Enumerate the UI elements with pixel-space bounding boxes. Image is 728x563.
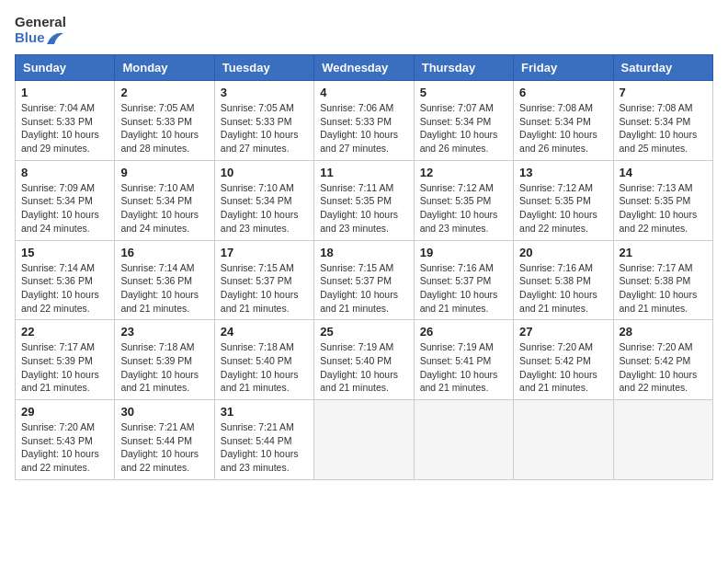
day-info: Sunrise: 7:20 AMSunset: 5:42 PMDaylight:… (519, 341, 597, 393)
day-number: 20 (519, 246, 607, 259)
day-info: Sunrise: 7:04 AMSunset: 5:33 PMDaylight:… (21, 102, 99, 154)
calendar-cell: 9 Sunrise: 7:10 AMSunset: 5:34 PMDayligh… (115, 160, 214, 240)
day-number: 7 (620, 86, 707, 99)
calendar-cell: 31 Sunrise: 7:21 AMSunset: 5:44 PMDaylig… (214, 400, 313, 480)
weekday-header-tuesday: Tuesday (214, 55, 313, 81)
logo-blue: Blue (15, 30, 45, 46)
day-info: Sunrise: 7:09 AMSunset: 5:34 PMDaylight:… (21, 182, 99, 234)
calendar-week-row: 22 Sunrise: 7:17 AMSunset: 5:39 PMDaylig… (16, 320, 713, 400)
day-info: Sunrise: 7:12 AMSunset: 5:35 PMDaylight:… (420, 182, 498, 234)
calendar-cell (514, 400, 613, 480)
calendar-week-row: 29 Sunrise: 7:20 AMSunset: 5:43 PMDaylig… (16, 400, 713, 480)
calendar-cell: 1 Sunrise: 7:04 AMSunset: 5:33 PMDayligh… (16, 81, 115, 161)
calendar-week-row: 1 Sunrise: 7:04 AMSunset: 5:33 PMDayligh… (16, 81, 713, 161)
calendar-cell: 24 Sunrise: 7:18 AMSunset: 5:40 PMDaylig… (214, 320, 313, 400)
day-info: Sunrise: 7:17 AMSunset: 5:38 PMDaylight:… (620, 262, 698, 314)
calendar-cell: 10 Sunrise: 7:10 AMSunset: 5:34 PMDaylig… (214, 160, 313, 240)
header: General Blue (15, 15, 713, 45)
calendar-cell: 14 Sunrise: 7:13 AMSunset: 5:35 PMDaylig… (613, 160, 712, 240)
day-info: Sunrise: 7:15 AMSunset: 5:37 PMDaylight:… (221, 262, 299, 314)
day-number: 27 (519, 325, 607, 339)
calendar-table: SundayMondayTuesdayWednesdayThursdayFrid… (15, 54, 713, 480)
logo-general: General (15, 15, 66, 30)
weekday-header-thursday: Thursday (414, 55, 513, 81)
calendar-cell: 28 Sunrise: 7:20 AMSunset: 5:42 PMDaylig… (613, 320, 712, 400)
day-number: 14 (620, 166, 707, 179)
day-number: 23 (120, 325, 208, 339)
calendar-week-row: 15 Sunrise: 7:14 AMSunset: 5:36 PMDaylig… (16, 240, 713, 320)
calendar-cell: 19 Sunrise: 7:16 AMSunset: 5:37 PMDaylig… (414, 240, 513, 320)
day-info: Sunrise: 7:05 AMSunset: 5:33 PMDaylight:… (120, 102, 199, 154)
day-number: 11 (320, 166, 407, 179)
day-number: 3 (221, 86, 308, 99)
day-number: 9 (120, 166, 208, 179)
day-number: 2 (120, 86, 208, 99)
day-number: 17 (221, 246, 308, 259)
day-info: Sunrise: 7:19 AMSunset: 5:40 PMDaylight:… (320, 341, 398, 393)
day-info: Sunrise: 7:10 AMSunset: 5:34 PMDaylight:… (120, 182, 199, 234)
logo: General Blue (15, 15, 66, 45)
calendar-cell: 17 Sunrise: 7:15 AMSunset: 5:37 PMDaylig… (214, 240, 313, 320)
calendar-cell (314, 400, 414, 480)
day-number: 21 (620, 246, 707, 259)
day-number: 12 (420, 166, 507, 179)
calendar-cell: 15 Sunrise: 7:14 AMSunset: 5:36 PMDaylig… (16, 240, 115, 320)
calendar-cell: 22 Sunrise: 7:17 AMSunset: 5:39 PMDaylig… (16, 320, 115, 400)
day-info: Sunrise: 7:08 AMSunset: 5:34 PMDaylight:… (620, 102, 698, 154)
day-info: Sunrise: 7:05 AMSunset: 5:33 PMDaylight:… (221, 102, 299, 154)
day-number: 13 (519, 166, 607, 179)
day-info: Sunrise: 7:21 AMSunset: 5:44 PMDaylight:… (120, 421, 199, 473)
calendar-cell: 8 Sunrise: 7:09 AMSunset: 5:34 PMDayligh… (16, 160, 115, 240)
day-number: 1 (21, 86, 108, 99)
day-info: Sunrise: 7:10 AMSunset: 5:34 PMDaylight:… (221, 182, 299, 234)
day-info: Sunrise: 7:14 AMSunset: 5:36 PMDaylight:… (120, 262, 199, 314)
day-info: Sunrise: 7:21 AMSunset: 5:44 PMDaylight:… (221, 421, 299, 473)
calendar-cell: 12 Sunrise: 7:12 AMSunset: 5:35 PMDaylig… (414, 160, 513, 240)
day-number: 15 (21, 246, 108, 259)
day-number: 19 (420, 246, 507, 259)
day-number: 31 (221, 405, 308, 419)
day-number: 29 (21, 405, 108, 419)
day-info: Sunrise: 7:18 AMSunset: 5:40 PMDaylight:… (221, 341, 299, 393)
calendar-cell: 25 Sunrise: 7:19 AMSunset: 5:40 PMDaylig… (314, 320, 414, 400)
day-info: Sunrise: 7:08 AMSunset: 5:34 PMDaylight:… (519, 102, 597, 154)
calendar-cell (414, 400, 513, 480)
calendar-header-row: SundayMondayTuesdayWednesdayThursdayFrid… (16, 55, 713, 81)
weekday-header-wednesday: Wednesday (314, 55, 414, 81)
logo-bird-icon (47, 31, 63, 44)
calendar-cell: 4 Sunrise: 7:06 AMSunset: 5:33 PMDayligh… (314, 81, 414, 161)
calendar-cell: 3 Sunrise: 7:05 AMSunset: 5:33 PMDayligh… (214, 81, 313, 161)
calendar-cell (613, 400, 712, 480)
day-number: 16 (120, 246, 208, 259)
day-number: 8 (21, 166, 108, 179)
day-info: Sunrise: 7:17 AMSunset: 5:39 PMDaylight:… (21, 341, 99, 393)
day-number: 10 (221, 166, 308, 179)
calendar-cell: 6 Sunrise: 7:08 AMSunset: 5:34 PMDayligh… (514, 81, 613, 161)
day-info: Sunrise: 7:20 AMSunset: 5:42 PMDaylight:… (620, 341, 698, 393)
calendar-cell: 21 Sunrise: 7:17 AMSunset: 5:38 PMDaylig… (613, 240, 712, 320)
calendar-cell: 16 Sunrise: 7:14 AMSunset: 5:36 PMDaylig… (115, 240, 214, 320)
day-number: 28 (620, 325, 707, 339)
calendar-week-row: 8 Sunrise: 7:09 AMSunset: 5:34 PMDayligh… (16, 160, 713, 240)
weekday-header-friday: Friday (514, 55, 613, 81)
day-info: Sunrise: 7:12 AMSunset: 5:35 PMDaylight:… (519, 182, 597, 234)
day-number: 22 (21, 325, 108, 339)
weekday-header-saturday: Saturday (613, 55, 712, 81)
weekday-header-monday: Monday (115, 55, 214, 81)
calendar-cell: 27 Sunrise: 7:20 AMSunset: 5:42 PMDaylig… (514, 320, 613, 400)
calendar-cell: 7 Sunrise: 7:08 AMSunset: 5:34 PMDayligh… (613, 81, 712, 161)
day-number: 26 (420, 325, 507, 339)
calendar-cell: 30 Sunrise: 7:21 AMSunset: 5:44 PMDaylig… (115, 400, 214, 480)
day-info: Sunrise: 7:07 AMSunset: 5:34 PMDaylight:… (420, 102, 498, 154)
day-number: 24 (221, 325, 308, 339)
day-number: 5 (420, 86, 507, 99)
day-number: 30 (120, 405, 208, 419)
calendar-cell: 18 Sunrise: 7:15 AMSunset: 5:37 PMDaylig… (314, 240, 414, 320)
calendar-cell: 26 Sunrise: 7:19 AMSunset: 5:41 PMDaylig… (414, 320, 513, 400)
day-info: Sunrise: 7:19 AMSunset: 5:41 PMDaylight:… (420, 341, 498, 393)
day-number: 6 (519, 86, 607, 99)
calendar-cell: 20 Sunrise: 7:16 AMSunset: 5:38 PMDaylig… (514, 240, 613, 320)
day-info: Sunrise: 7:11 AMSunset: 5:35 PMDaylight:… (320, 182, 398, 234)
day-info: Sunrise: 7:18 AMSunset: 5:39 PMDaylight:… (120, 341, 199, 393)
day-number: 18 (320, 246, 407, 259)
